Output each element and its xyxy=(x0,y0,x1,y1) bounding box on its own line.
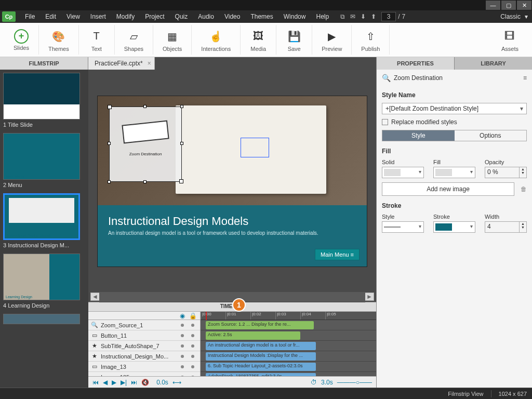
slide-thumb-1[interactable]: Instructional Design1 Title Slide xyxy=(3,73,85,128)
zoom-destination-object[interactable]: Zoom Destination xyxy=(109,107,182,182)
timeline-layer-4[interactable]: ▭Image_13 xyxy=(88,362,200,372)
ribbon-media[interactable]: 🖼Media xyxy=(241,25,276,55)
menu-view[interactable]: View xyxy=(61,11,85,22)
mute-icon[interactable]: 🔇 xyxy=(141,379,149,386)
timeline-track-0[interactable]: Zoom Source: 1.2 ... Display for the re.… xyxy=(201,320,376,330)
timeline-layer-5[interactable]: ▭Image_135 xyxy=(88,372,200,376)
timeline-clip-4[interactable]: 6. Sub Topic Header Layout_2-assets-02:3… xyxy=(206,363,316,371)
menu-audio[interactable]: Audio xyxy=(193,11,219,22)
ribbon-shapes[interactable]: ▱Shapes xyxy=(115,25,153,55)
minimize-button[interactable]: — xyxy=(486,1,500,10)
menu-video[interactable]: Video xyxy=(219,11,245,22)
document-tab[interactable]: PracticeFile.cptx* × xyxy=(88,57,155,70)
timeline-track-3[interactable]: Instructional Design Models :Display for… xyxy=(201,351,376,362)
subtab-style[interactable]: Style xyxy=(382,130,455,141)
replace-styles-checkbox[interactable]: Replace modified styles xyxy=(382,118,527,126)
style-name-dropdown[interactable]: +[Default Zoom Destination Style] xyxy=(382,103,527,114)
timeline-track-4[interactable]: 6. Sub Topic Header Layout_2-assets-02:3… xyxy=(201,362,376,372)
ribbon-publish[interactable]: ⇧Publish xyxy=(352,25,390,55)
main-menu-button[interactable]: Main Menu xyxy=(315,249,360,260)
menu-help[interactable]: Help xyxy=(311,11,334,22)
timeline-layer-2[interactable]: ★SubTitle_AutoShape_7 xyxy=(88,341,200,351)
timeline-clip-5[interactable]: AdobeStock_180837355_edit2:3.0s xyxy=(206,373,316,376)
tab-library[interactable]: LIBRARY xyxy=(454,57,532,70)
stroke-color-swatch[interactable] xyxy=(433,221,475,233)
themes-icon: 🎨 xyxy=(50,28,67,45)
menu-file[interactable]: File xyxy=(20,11,40,22)
filmstrip-header: FILMSTRIP xyxy=(0,57,88,70)
page-current[interactable]: 3 xyxy=(381,12,396,21)
menu-modify[interactable]: Modify xyxy=(111,11,140,22)
ribbon-slides[interactable]: +Slides xyxy=(4,25,39,55)
slide-subtitle[interactable]: An instructional design model is a tool … xyxy=(108,230,318,236)
horizontal-scrollbar[interactable]: ◄► xyxy=(90,292,374,301)
workspace-dropdown[interactable]: Classic xyxy=(496,12,530,21)
slide-stage[interactable]: Zoom Destination Instructional Design Mo… xyxy=(97,96,367,267)
object-name: Zoom Destination xyxy=(394,74,443,82)
filmstrip-panel[interactable]: Instructional Design1 Title SlideMain Me… xyxy=(0,70,88,388)
slide-thumb-4[interactable]: Learning Design4 Learning Design xyxy=(3,254,85,309)
menu-edit[interactable]: Edit xyxy=(40,11,61,22)
menu-insert[interactable]: Insert xyxy=(85,11,111,22)
menu-quiz[interactable]: Quiz xyxy=(170,11,193,22)
preview-icon[interactable]: ⧉ xyxy=(340,13,345,20)
slide-thumb-3[interactable]: Instructional Design Models3 Instruction… xyxy=(3,193,85,248)
playhead-time: 0.0s xyxy=(156,379,168,386)
timeline-clip-0[interactable]: Zoom Source: 1.2 ... Display for the re.… xyxy=(206,321,314,329)
clip-duration: 3.0s xyxy=(321,379,333,386)
assets-icon: 🎞 xyxy=(501,28,518,45)
ribbon-interactions[interactable]: ☝Interactions xyxy=(192,25,241,55)
download-icon[interactable]: ⬇ xyxy=(361,13,366,20)
timeline-track-2[interactable]: An instructional design model is a tool … xyxy=(201,341,376,351)
stroke-style-dropdown[interactable] xyxy=(382,221,424,233)
ribbon-assets[interactable]: 🎞Assets xyxy=(492,25,528,55)
ribbon-objects[interactable]: ▦Objects xyxy=(153,25,192,55)
ribbon-save[interactable]: 💾Save xyxy=(276,25,312,55)
menu-themes[interactable]: Themes xyxy=(245,11,278,22)
zoom-icon: 🔍 xyxy=(382,74,391,82)
close-button[interactable]: ✕ xyxy=(517,1,531,10)
add-image-button[interactable]: Add new image xyxy=(382,182,514,196)
timeline-layer-1[interactable]: ▭Button_11 xyxy=(88,330,200,341)
slide-title[interactable]: Instructional Design Models xyxy=(108,215,248,228)
fill-solid-swatch[interactable] xyxy=(382,167,424,178)
tab-strip: FILMSTRIP PracticeFile.cptx* × PROPERTIE… xyxy=(0,57,532,70)
ribbon-toolbar: +Slides🎨ThemesTText▱Shapes▦Objects☝Inter… xyxy=(0,23,532,57)
panel-menu-icon[interactable]: ≡ xyxy=(523,74,527,82)
ribbon-themes[interactable]: 🎨Themes xyxy=(39,25,79,55)
timeline-clip-3[interactable]: Instructional Design Models :Display for… xyxy=(206,352,316,361)
timeline-layer-3[interactable]: ★Instructional_Design_Mo... xyxy=(88,351,200,362)
subtab-options[interactable]: Options xyxy=(455,130,527,141)
rewind-start-icon[interactable]: ⏮ xyxy=(92,379,99,386)
status-dimensions: 1024 x 627 xyxy=(499,391,527,397)
timeline-layer-0[interactable]: 🔍Zoom_Source_1 xyxy=(88,320,200,330)
timeline-clip-1[interactable]: Active: 2.5s xyxy=(206,331,300,340)
step-fwd-icon[interactable]: ▶| xyxy=(121,379,127,386)
delete-image-icon[interactable]: 🗑 xyxy=(521,185,527,193)
timeline-track-1[interactable]: Active: 2.5s xyxy=(201,330,376,341)
lock-icon[interactable]: 🔒 xyxy=(189,312,197,320)
end-icon[interactable]: ⏭ xyxy=(131,379,137,386)
timeline-ruler[interactable]: |0:00|0:01|0:02|0:03|0:04|0:05 xyxy=(201,312,376,320)
opacity-input[interactable]: 0 %▲▼ xyxy=(485,167,527,178)
timeline-track-5[interactable]: AdobeStock_180837355_edit2:3.0s xyxy=(201,372,376,376)
play-icon[interactable]: ▶ xyxy=(112,379,116,386)
timeline-clip-2[interactable]: An instructional design model is a tool … xyxy=(206,342,316,350)
timeline-panel: TIMELINE 1 ◉ 🔒 🔍Zoom_Source_1▭Button_11★… xyxy=(88,302,376,388)
maximize-button[interactable]: ▢ xyxy=(501,1,516,10)
timeline-header: TIMELINE 1 xyxy=(88,302,376,312)
tab-properties[interactable]: PROPERTIES xyxy=(376,57,454,70)
ribbon-text[interactable]: TText xyxy=(79,25,115,55)
menu-project[interactable]: Project xyxy=(140,11,169,22)
stroke-width-input[interactable]: 4▲▼ xyxy=(485,221,527,233)
fill-color-swatch[interactable] xyxy=(433,167,475,178)
close-tab-icon[interactable]: × xyxy=(148,60,151,67)
ribbon-preview[interactable]: ▶Preview xyxy=(312,25,352,55)
zoom-source-object[interactable] xyxy=(241,138,269,157)
step-back-icon[interactable]: ◀ xyxy=(103,379,108,386)
mail-icon[interactable]: ✉ xyxy=(350,13,355,20)
visibility-icon[interactable]: ◉ xyxy=(180,312,185,320)
menu-window[interactable]: Window xyxy=(278,11,311,22)
upload-icon[interactable]: ⬆ xyxy=(371,13,376,20)
slide-thumb-2[interactable]: Main Menu2 Menu xyxy=(3,133,85,188)
